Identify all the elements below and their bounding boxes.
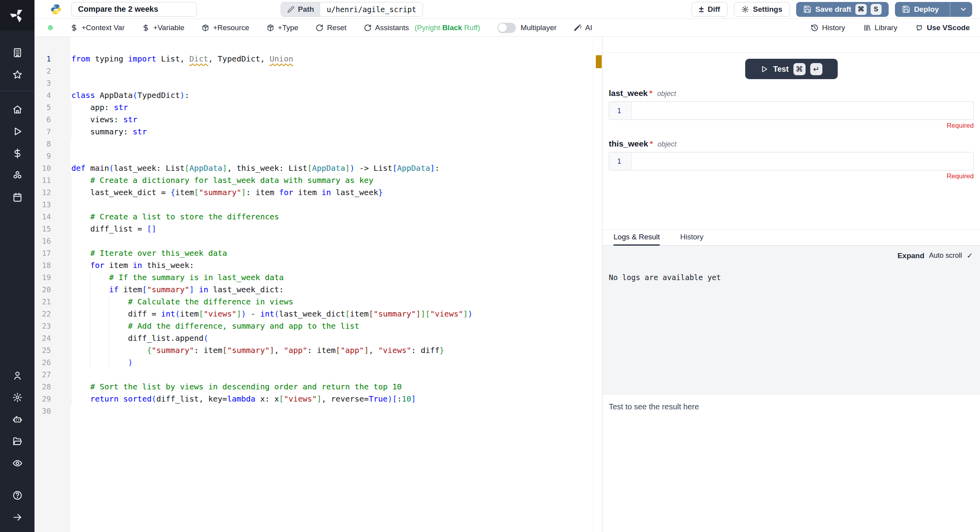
code-line[interactable] [71,138,593,150]
add-context-var-button[interactable]: +Context Var [70,24,125,32]
sidebar-item-schedules-calendar-icon[interactable] [0,186,34,208]
code-line[interactable]: ) [71,356,593,369]
line-number: 13 [34,199,71,211]
code-line[interactable]: if item["summary"] in last_week_dict: [71,284,593,296]
field-name: this_week [609,139,648,148]
code-line[interactable]: diff = int(item["views"]) - int(last_wee… [71,308,593,320]
sidebar-item-help-icon[interactable] [0,484,34,506]
code-line[interactable]: # Calculate the difference in views [71,296,593,308]
auto-scroll-label: Auto scroll [929,252,962,260]
script-title-input[interactable]: Compare the 2 weeks [71,2,197,17]
tab-logs-result[interactable]: Logs & Result [613,230,660,246]
code-line[interactable]: # Add the difference, summary and app to… [71,320,593,332]
code-line[interactable]: views: str [71,114,593,126]
top-header: Compare the 2 weeks Path u/henri/agile_s… [34,0,980,19]
code-line[interactable] [71,199,593,211]
code-line[interactable]: # Create a list to store the differences [71,211,593,223]
sidebar-item-audit-eye-icon[interactable] [0,452,34,474]
indent-guide [90,271,90,369]
save-icon [803,5,811,13]
settings-button[interactable]: Settings [734,2,790,17]
sidebar-item-home-icon[interactable] [0,98,34,120]
code-line[interactable] [71,235,593,247]
overview-ruler[interactable] [593,37,602,532]
field-json-input[interactable]: 1 [609,152,974,170]
reset-button[interactable]: Reset [316,24,347,32]
sidebar-item-runs-play-icon[interactable] [0,120,34,142]
indent-guide [71,101,71,138]
use-vscode-button[interactable]: Use VScode [915,24,970,32]
windmill-logo-icon[interactable] [0,0,34,31]
assistants-button[interactable]: Assistants [364,24,409,32]
logs-panel: Expand Auto scroll ✓ No logs are availab… [603,246,980,394]
code-line[interactable]: def main(last_week: List[AppData], this_… [71,162,593,174]
app-window: Compare the 2 weeks Path u/henri/agile_s… [0,0,980,532]
multiplayer-toggle[interactable] [497,23,516,33]
line-number: 25 [34,344,71,356]
sidebar-item-user-icon[interactable] [0,364,34,386]
kbd-s-badge: S [871,4,882,15]
line-number: 5 [34,101,71,114]
tab-history[interactable]: History [680,230,703,246]
code-area[interactable]: from typing import List, Dict, TypedDict… [71,37,593,532]
ai-button[interactable]: AI [574,24,592,32]
code-editor[interactable]: 1234567891011121314151617181920212223242… [34,37,593,532]
code-line[interactable]: class AppData(TypedDict): [71,89,593,101]
code-line[interactable]: # If the summary is in last_week data [71,271,593,284]
deploy-dropdown[interactable] [954,2,972,17]
test-button[interactable]: Test ⌘ ↵ [745,59,838,79]
code-line[interactable]: # Sort the list by views in descending o… [71,381,593,393]
sidebar-item-workers-robot-icon[interactable] [0,408,34,430]
sidebar-item-folders-icon[interactable] [0,430,34,452]
pencil-icon [287,6,294,13]
code-line[interactable]: summary: str [71,126,593,138]
expand-button[interactable]: Expand [897,252,924,260]
code-line[interactable]: app: str [71,101,593,114]
diff-button[interactable]: ± Diff [691,2,728,17]
history-button[interactable]: History [811,24,845,32]
right-panel: Test ⌘ ↵ last_week*object1Requiredthis_w… [602,37,980,532]
path-group[interactable]: Path u/henri/agile_script [281,2,423,17]
line-number: 15 [34,223,71,235]
sidebar-item-variables-dollar-icon[interactable] [0,142,34,164]
path-label: Path [281,2,320,16]
line-number: 30 [34,405,71,417]
field-json-input[interactable]: 1 [609,101,974,120]
deploy-button[interactable]: Deploy [895,2,972,17]
code-line[interactable]: {"summary": item["summary"], "app": item… [71,344,593,356]
line-number: 20 [34,284,71,296]
code-line[interactable] [71,405,593,417]
line-number: 1 [34,53,71,65]
code-line[interactable]: last_week_dict = {item["summary"]: item … [71,186,593,199]
chevron-down-icon [959,5,967,13]
input-line-gutter: 1 [609,102,632,119]
sidebar-item-settings-gear-icon[interactable] [0,386,34,408]
sidebar-item-resources-cubes-icon[interactable] [0,164,34,186]
vscode-cat-icon [915,24,923,32]
code-line[interactable]: return sorted(diff_list, key=lambda x: x… [71,393,593,405]
code-line[interactable]: for item in this_week: [71,259,593,271]
code-line[interactable] [71,369,593,381]
code-line[interactable]: # Iterate over this_week data [71,247,593,259]
code-line[interactable]: from typing import List, Dict, TypedDict… [71,53,593,65]
sidebar-item-building-icon[interactable] [0,42,34,63]
sidebar-item-expand-arrow-icon[interactable] [0,506,34,528]
code-line[interactable] [71,65,593,77]
add-resource-button[interactable]: +Resource [201,24,249,32]
code-line[interactable] [71,150,593,162]
sidebar-item-star-icon[interactable] [0,63,34,85]
library-button[interactable]: Library [863,24,897,32]
code-line[interactable]: diff_list = [] [71,223,593,235]
line-number: 21 [34,296,71,308]
add-type-button[interactable]: +Type [267,24,298,32]
code-line[interactable]: diff_list.append( [71,332,593,344]
package-icon [201,24,209,32]
line-number: 14 [34,211,71,223]
save-draft-button[interactable]: Save draft ⌘ S [796,2,889,17]
code-line[interactable] [71,77,593,89]
path-value[interactable]: u/henri/agile_script [320,2,423,16]
code-line[interactable]: # Create a dictionary for last_week data… [71,174,593,186]
auto-scroll-checkbox[interactable]: ✓ [967,251,973,260]
line-number: 29 [34,393,71,405]
add-variable-button[interactable]: +Variable [142,24,184,32]
